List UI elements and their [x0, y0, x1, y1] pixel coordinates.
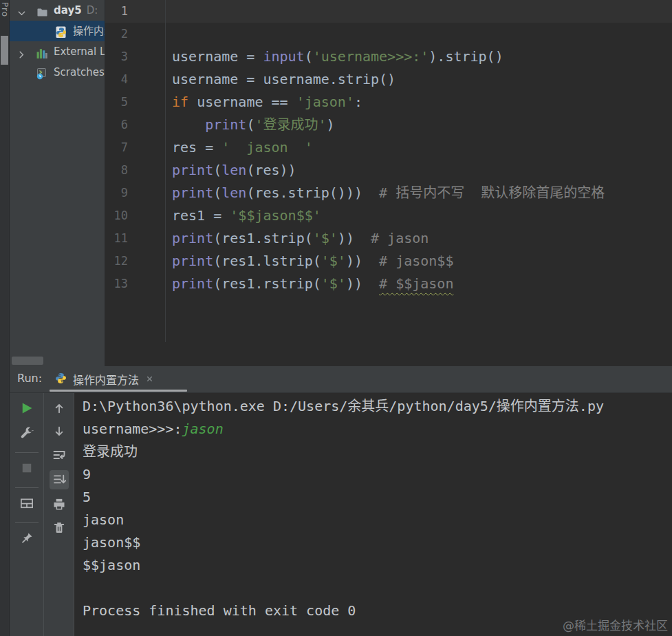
close-icon[interactable] [145, 373, 154, 386]
code-line[interactable]: 13print(res1.rstrip('$')) # $$jason [105, 273, 672, 295]
code-text: res1 = '$$jason$$' [172, 204, 321, 227]
code-editor[interactable]: 123username = input('username>>>:').stri… [105, 0, 672, 342]
code-line[interactable]: 6 print('登录成功') [105, 114, 672, 136]
code-line[interactable]: 9print(len(res.strip())) # 括号内不写 默认移除首尾的… [105, 182, 672, 204]
code-text: print(res1.strip('$')) # jason [172, 227, 429, 250]
console-line: 登录成功 [83, 441, 672, 463]
code-text: print(res1.rstrip('$')) # $$jason [172, 273, 453, 295]
code-line[interactable]: 1 [105, 0, 672, 23]
code-text: username = username.strip() [172, 68, 395, 91]
console-line: 9 [83, 463, 672, 486]
ide-window: Pro 123username = input('username>>>:').… [0, 0, 672, 636]
code-line[interactable]: 8print(len(res)) [105, 159, 672, 182]
gutter-separator [165, 0, 166, 342]
python-icon [55, 372, 67, 387]
code-line[interactable]: 7res = ' jason ' [105, 136, 672, 159]
line-number[interactable]: 4 [105, 68, 128, 91]
clear-icon[interactable] [51, 520, 67, 536]
run-tab-active-indicator [50, 390, 187, 392]
settings-icon[interactable] [19, 425, 35, 441]
line-number[interactable]: 6 [105, 114, 128, 136]
line-number[interactable]: 9 [105, 182, 128, 204]
code-text: print(len(res.strip())) # 括号内不写 默认移除首尾的空… [172, 182, 605, 204]
tree-item-label: 操作内置方法.py [73, 21, 105, 41]
project-hscrollbar-thumb[interactable] [12, 357, 43, 365]
console-line: D:\Python36\python.exe D:/Users/余其兵/pyth… [83, 395, 672, 418]
line-number[interactable]: 3 [105, 45, 128, 68]
console-line: jason [83, 509, 672, 531]
tree-item-day5[interactable]: day5D: [10, 0, 105, 21]
console-line [83, 577, 672, 600]
run-panel-body: D:\Python36\python.exe D:/Users/余其兵/pyth… [10, 393, 672, 636]
tree-item-label: day5D: [54, 0, 98, 21]
up-icon[interactable] [51, 400, 67, 416]
tree-item-label: External Libraries [54, 41, 105, 62]
rerun-icon[interactable] [19, 400, 35, 416]
tree-item-file-caozuo[interactable]: 操作内置方法.py [10, 21, 105, 41]
project-stripe-button[interactable]: Pro [0, 2, 10, 34]
toolbar-divider [15, 522, 39, 523]
console-line: username>>>:jason [83, 418, 672, 441]
stripe-tool-icon[interactable] [1, 36, 8, 65]
line-number[interactable]: 7 [105, 136, 128, 159]
scratches-icon [36, 66, 48, 87]
line-number[interactable]: 10 [105, 204, 128, 227]
line-number[interactable]: 1 [105, 0, 128, 23]
console-line: 5 [83, 486, 672, 509]
line-number[interactable]: 13 [105, 273, 128, 295]
tree-item-label: Scratches and Consoles [54, 62, 105, 83]
pin-icon[interactable] [19, 530, 35, 547]
console-line: $$jason [83, 554, 672, 577]
softwrap-icon[interactable] [51, 447, 67, 463]
code-line[interactable]: 2 [105, 23, 672, 45]
down-icon[interactable] [51, 423, 67, 440]
code-line[interactable]: 4username = username.strip() [105, 68, 672, 91]
code-line[interactable]: 12print(res1.lstrip('$')) # jason$$ [105, 250, 672, 273]
code-text: print('登录成功') [172, 114, 335, 136]
line-number[interactable]: 5 [105, 91, 128, 114]
run-tab[interactable]: 操作内置方法 [55, 368, 154, 391]
code-line[interactable]: 11print(res1.strip('$')) # jason [105, 227, 672, 250]
tool-window-stripe: Pro [0, 0, 10, 636]
watermark: @稀土掘金技术社区 [563, 616, 668, 633]
code-line[interactable]: 10res1 = '$$jason$$' [105, 204, 672, 227]
code-text: print(len(res)) [172, 159, 296, 182]
code-line[interactable]: 5if username == 'jason': [105, 91, 672, 114]
line-number[interactable]: 11 [105, 227, 128, 250]
tree-item-scratches[interactable]: Scratches and Consoles [10, 62, 105, 83]
scrollend-icon[interactable] [50, 470, 69, 489]
project-tool-window: day5D:操作内置方法.pyExternal LibrariesScratch… [10, 0, 105, 366]
code-text: print(res1.lstrip('$')) # jason$$ [172, 250, 453, 273]
line-number[interactable]: 2 [105, 23, 128, 45]
line-number[interactable]: 8 [105, 159, 128, 182]
run-panel-header: Run: 操作内置方法 [10, 366, 672, 393]
code-line[interactable]: 3username = input('username>>>:').strip(… [105, 45, 672, 68]
console-output[interactable]: D:\Python36\python.exe D:/Users/余其兵/pyth… [74, 393, 672, 636]
code-text: username = input('username>>>:').strip() [172, 45, 503, 68]
run-tab-label: 操作内置方法 [73, 371, 139, 388]
code-text: if username == 'jason': [172, 91, 362, 114]
toolbar-divider [15, 487, 39, 488]
code-text: res = ' jason ' [172, 136, 313, 159]
restore-layout-icon[interactable] [19, 495, 35, 511]
stop-icon[interactable] [19, 460, 35, 476]
run-toolbar-console [44, 393, 74, 636]
toolbar-divider [15, 452, 39, 453]
run-toolbar-main [10, 393, 44, 636]
console-line: jason$$ [83, 531, 672, 554]
run-panel-title: Run: [17, 372, 42, 385]
line-number[interactable]: 12 [105, 250, 128, 273]
print-icon[interactable] [51, 496, 67, 513]
tree-item-path: D: [87, 4, 98, 17]
tree-item-external-libraries[interactable]: External Libraries [10, 41, 105, 62]
